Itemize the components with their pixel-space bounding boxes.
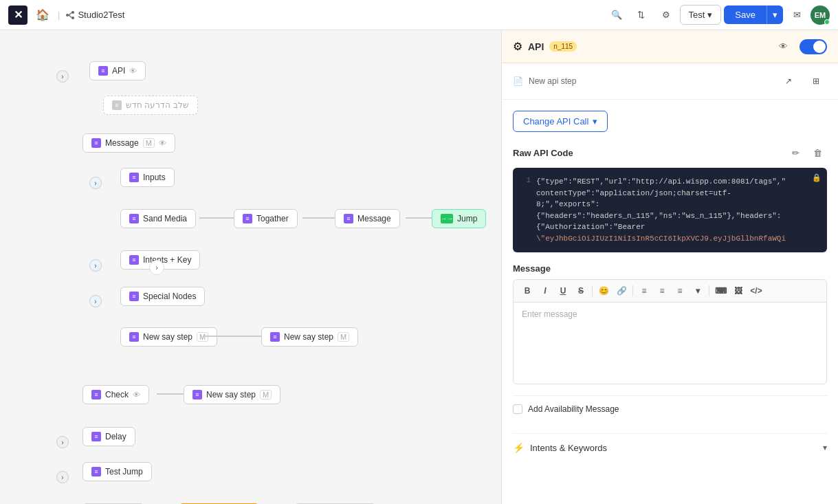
node-icon-togather: ≡: [243, 214, 252, 223]
ul-btn[interactable]: ≡: [636, 283, 652, 299]
save-group: Save ▾: [724, 6, 783, 24]
collapse-btn-delay[interactable]: ›: [56, 436, 69, 448]
save-button[interactable]: Save: [724, 6, 767, 24]
m-badge-3: M: [260, 390, 272, 399]
underline-btn[interactable]: U: [555, 283, 571, 299]
align-btn[interactable]: ≡: [672, 283, 688, 299]
message-editor[interactable]: Enter message: [513, 302, 827, 384]
flow-icon: [65, 10, 75, 20]
node-api[interactable]: ≡ API 👁: [89, 61, 146, 80]
svg-line-3: [69, 12, 71, 15]
settings-button[interactable]: ⚙: [655, 4, 677, 26]
home-icon[interactable]: 🏠: [33, 6, 52, 24]
node-icon-sandmedia: ≡: [129, 214, 139, 223]
node-inputs[interactable]: ≡ Inputs: [120, 168, 175, 187]
node-check[interactable]: ≡ Check 👁: [82, 385, 149, 404]
panel-collapse-arrow[interactable]: ›: [149, 260, 164, 275]
node-icon-check: ≡: [91, 390, 101, 399]
panel-subheader: 📄 New api step ↗ ⊞: [502, 63, 838, 100]
code-btn[interactable]: </>: [748, 283, 764, 299]
save-arrow-button[interactable]: ▾: [767, 6, 783, 24]
toggle-knob: [813, 41, 826, 53]
panel-expand-doc[interactable]: ↗: [778, 70, 800, 92]
node-togather[interactable]: ≡ Togather: [234, 209, 298, 228]
node-icon-api: ≡: [98, 66, 108, 76]
node-icon-jump: →→: [441, 214, 453, 223]
connector-sm-tog: [199, 217, 237, 219]
indent-btn[interactable]: ⌨: [712, 283, 729, 299]
message-title: Message: [513, 263, 551, 274]
availability-checkbox[interactable]: [513, 404, 522, 414]
bold-btn[interactable]: B: [519, 283, 536, 299]
api-icon: ⚙: [513, 40, 522, 53]
availability-section: Add Availability Message: [513, 395, 827, 422]
availability-label: Add Availability Message: [528, 404, 619, 414]
node-delay[interactable]: ≡ Delay: [82, 427, 135, 446]
change-api-section: Change API Call ▾: [513, 111, 827, 132]
svg-point-0: [66, 14, 69, 17]
eye-off-icon[interactable]: 👁: [129, 67, 137, 75]
strikethrough-btn[interactable]: S: [573, 283, 589, 299]
node-icon-inputs: ≡: [129, 173, 139, 182]
svg-line-4: [69, 15, 71, 18]
node-new-say-1[interactable]: ≡ New say step M: [120, 327, 217, 347]
link-btn[interactable]: 🔗: [613, 283, 630, 299]
node-new-say-3[interactable]: ≡ New say step M: [184, 385, 280, 404]
node-new-step[interactable]: ≡ שלב הדרעה חדש: [103, 96, 198, 115]
toolbar-sep-1: [592, 285, 593, 296]
panel-toggle[interactable]: [800, 39, 827, 54]
collapse-btn-api[interactable]: ›: [56, 70, 69, 83]
node-new-say-2[interactable]: ≡ New say step M: [261, 327, 358, 347]
eye-off-icon-msg[interactable]: 👁: [159, 139, 166, 147]
panel-header: ⚙ API n_115 👁: [502, 30, 838, 63]
expand-special[interactable]: ›: [89, 295, 102, 307]
collapse-btn-testjump[interactable]: ›: [56, 471, 69, 483]
node-jump[interactable]: →→ Jump: [432, 209, 486, 228]
m-badge: M: [143, 138, 155, 148]
align-down-btn[interactable]: ▾: [690, 283, 706, 299]
image-btn[interactable]: 🖼: [730, 283, 747, 299]
edit-raw-btn[interactable]: ✏: [786, 143, 805, 162]
canvas-area[interactable]: › › › › › › ≡ API 👁 ≡ שלב הדרעה חדש ≡ Me…: [0, 30, 501, 504]
avatar: EM: [811, 6, 830, 25]
intents-chevron: ▾: [823, 443, 827, 452]
node-icon-newsay2: ≡: [270, 332, 280, 342]
node-message[interactable]: ≡ Message M 👁: [82, 133, 175, 153]
panel-add-btn[interactable]: ⊞: [805, 70, 827, 92]
node-special-nodes[interactable]: ≡ Special Nodes: [120, 287, 205, 306]
upload-button[interactable]: ⇅: [630, 4, 652, 26]
eye-off-check[interactable]: 👁: [133, 391, 140, 399]
node-message2[interactable]: ≡ Message: [335, 209, 400, 228]
code-line-2: contentType":"application/json;charset=u…: [521, 188, 819, 199]
panel-subtitle: New api step: [529, 76, 576, 86]
connector-tog-msg: [302, 217, 339, 219]
node-icon-intents: ≡: [129, 255, 139, 265]
node-icon-newsay1: ≡: [129, 332, 139, 342]
raw-api-actions: ✏ 🗑: [786, 143, 827, 162]
canvas-nodes: › › › › › › ≡ API 👁 ≡ שלב הדרעה חדש ≡ Me…: [0, 30, 501, 504]
svg-point-1: [71, 11, 74, 14]
node-sand-media[interactable]: ≡ Sand Media: [120, 209, 196, 228]
toggle-switch[interactable]: [800, 39, 827, 54]
raw-api-header: Raw API Code ✏ 🗑: [513, 143, 827, 162]
search-button[interactable]: 🔍: [606, 4, 628, 26]
panel-eye-btn[interactable]: 👁: [772, 36, 794, 58]
logo: ✕: [8, 6, 27, 25]
notifications-button[interactable]: ✉: [786, 4, 808, 26]
ol-btn[interactable]: ≡: [654, 283, 670, 299]
emoji-btn[interactable]: 😊: [595, 283, 612, 299]
test-button[interactable]: Test ▾: [680, 5, 722, 25]
expand-inputs[interactable]: ›: [89, 177, 102, 189]
svg-point-2: [71, 17, 74, 19]
intents-section[interactable]: ⚡ Intents & Keywords ▾: [513, 433, 827, 461]
topbar: ✕ 🏠 | Studio2Test 🔍 ⇅ ⚙ Test ▾ Save ▾ ✉ …: [0, 0, 838, 30]
m-badge-2: M: [338, 332, 349, 342]
doc-icon: 📄: [513, 76, 523, 86]
delete-raw-btn[interactable]: 🗑: [808, 143, 827, 162]
change-api-button[interactable]: Change API Call ▾: [513, 111, 608, 132]
expand-intents[interactable]: ›: [89, 259, 102, 272]
node-test-jump[interactable]: ≡ Test Jump: [82, 462, 152, 481]
raw-api-section: Raw API Code ✏ 🗑 🔒 1 {"type":"REST","url…: [513, 143, 827, 252]
italic-btn[interactable]: I: [537, 283, 553, 299]
message-toolbar: B I U S 😊 🔗 ≡ ≡ ≡ ▾ ⌨ 🖼 </>: [513, 279, 827, 302]
